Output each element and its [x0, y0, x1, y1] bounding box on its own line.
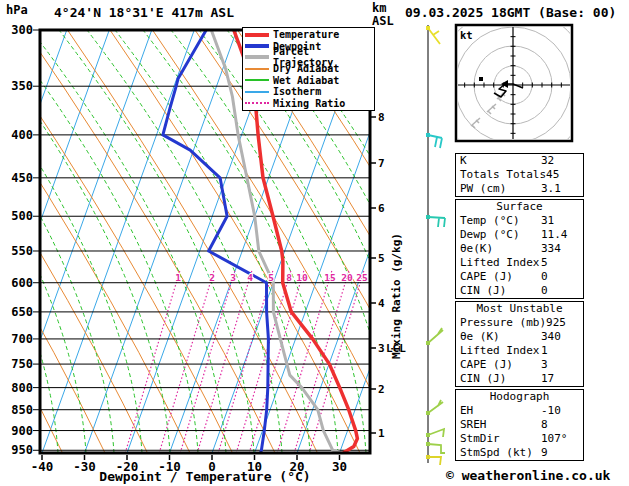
- height-axis-unit-asl: ASL: [372, 15, 394, 28]
- mixing-ratio-axis-label: Mixing Ratio (g/kg): [390, 233, 403, 359]
- km-tick-label: 3: [378, 342, 385, 355]
- table-row: StmDir107°: [456, 432, 583, 446]
- table-row-value: 3.1: [541, 182, 579, 196]
- table-row-label: StmDir: [460, 432, 541, 446]
- table-row-value: 334: [541, 242, 579, 256]
- table-row-label: SREH: [460, 418, 541, 432]
- table-row-value: -10: [541, 404, 579, 418]
- table-row-label: CAPE (J): [460, 358, 541, 372]
- table-row-value: 45: [546, 168, 579, 182]
- table-row: θe (K)340: [456, 330, 583, 344]
- legend-item-label: Wet Adiabat: [273, 75, 339, 86]
- table-row-label: Lifted Index: [460, 256, 541, 270]
- pressure-tick-label: 550: [11, 244, 33, 258]
- table-row: K32: [456, 154, 583, 168]
- table-row: Temp (°C)31: [456, 214, 583, 228]
- mixing-ratio-label: 4: [247, 272, 253, 283]
- mixing-ratio-label: 1: [175, 272, 181, 283]
- indices-panel: K32Totals Totals45PW (cm)3.1SurfaceTemp …: [455, 153, 584, 463]
- table-row-value: 107°: [541, 432, 579, 446]
- km-tick-label: 5: [378, 252, 385, 265]
- km-tick-label: 4: [378, 297, 385, 310]
- km-tick-label: 2: [378, 383, 385, 396]
- mixing-ratio-label: 10: [296, 272, 308, 283]
- panel-section-title: Surface: [456, 200, 583, 214]
- table-row: SREH8: [456, 418, 583, 432]
- legend-item-label: Isotherm: [273, 86, 321, 97]
- pressure-tick-label: 600: [11, 276, 33, 290]
- legend-swatch-mixing-ratio: [245, 102, 269, 104]
- pressure-tick-label: 700: [11, 332, 33, 346]
- table-row-label: K: [460, 154, 541, 168]
- legend-item-label: Mixing Ratio: [273, 98, 345, 109]
- table-row-label: θe(K): [460, 242, 541, 256]
- table-row-label: Totals Totals: [460, 168, 546, 182]
- table-row-label: Dewp (°C): [460, 228, 541, 242]
- mixing-ratio-label: 25: [356, 272, 368, 283]
- table-row: CIN (J)0: [456, 284, 583, 298]
- mixing-ratio-label: 2: [209, 272, 215, 283]
- table-row: Pressure (mb)925: [456, 316, 583, 330]
- mixing-ratio-label: 15: [324, 272, 336, 283]
- table-row-value: 1: [541, 344, 579, 358]
- table-row: PW (cm)3.1: [456, 182, 583, 196]
- legend-swatch-isotherm: [245, 91, 269, 93]
- pressure-tick-label: 300: [11, 23, 33, 37]
- table-row: θe(K)334: [456, 242, 583, 256]
- table-row-value: 32: [541, 154, 579, 168]
- table-row-value: 0: [541, 284, 579, 298]
- pressure-tick-label: 750: [11, 357, 33, 371]
- table-row-label: CAPE (J): [460, 270, 541, 284]
- table-row-value: 8: [541, 418, 579, 432]
- mixing-ratio-label: 5: [268, 272, 274, 283]
- copyright: © weatheronline.co.uk: [446, 468, 610, 483]
- pressure-tick-label: 350: [11, 79, 33, 93]
- table-row-label: StmSpd (kt): [460, 446, 541, 460]
- legend-swatch-dry-adiabat: [245, 68, 269, 70]
- legend-item: Mixing Ratio: [245, 97, 374, 108]
- temperature-axis-label: Dewpoint / Temperature (°C): [40, 469, 370, 484]
- table-row-label: θe (K): [460, 330, 541, 344]
- table-row-value: 340: [541, 330, 579, 344]
- chart-legend: TemperatureDewpointParcel TrajectoryDry …: [242, 27, 375, 111]
- legend-swatch-dewpoint: [245, 44, 269, 48]
- table-row: CAPE (J)0: [456, 270, 583, 284]
- table-row-label: Lifted Index: [460, 344, 541, 358]
- pressure-tick-label: 400: [11, 128, 33, 142]
- skewt-page: { "header": { "date": "09.03.2025 18GMT …: [0, 0, 629, 486]
- table-row-value: 11.4: [541, 228, 579, 242]
- legend-swatch-temperature: [245, 33, 269, 37]
- panel-section: HodographEH-10SREH8StmDir107°StmSpd (kt)…: [455, 389, 584, 461]
- pressure-axis-unit: hPa: [6, 4, 28, 17]
- panel-section-title: Hodograph: [456, 390, 583, 404]
- panel-section-title: Most Unstable: [456, 302, 583, 316]
- table-row: CAPE (J)3: [456, 358, 583, 372]
- pressure-tick-label: 950: [11, 443, 33, 457]
- mixing-ratio-label: 8: [286, 272, 292, 283]
- table-row: Totals Totals45: [456, 168, 583, 182]
- legend-item: Temperature: [245, 29, 374, 40]
- km-tick-label: 8: [378, 111, 385, 124]
- km-tick-label: 7: [378, 157, 385, 170]
- table-row-value: 3: [541, 358, 579, 372]
- table-row-value: 9: [541, 446, 579, 460]
- panel-section: K32Totals Totals45PW (cm)3.1: [455, 153, 584, 197]
- table-row-value: 5: [541, 256, 579, 270]
- pressure-tick-label: 450: [11, 171, 33, 185]
- page-title: 4°24'N 18°31'E 417m ASL: [54, 5, 234, 20]
- pressure-tick-label: 500: [11, 209, 33, 223]
- km-tick-label: 1: [378, 427, 385, 440]
- legend-item-label: Temperature: [273, 29, 339, 40]
- table-row: EH-10: [456, 404, 583, 418]
- pressure-tick-label: 800: [11, 381, 33, 395]
- table-row: Dewp (°C)11.4: [456, 228, 583, 242]
- pressure-tick-label: 850: [11, 403, 33, 417]
- table-row: StmSpd (kt)9: [456, 446, 583, 460]
- mixing-ratio-label: 20: [341, 272, 353, 283]
- legend-item-label: Dry Adiabat: [273, 63, 339, 74]
- panel-section: Most UnstablePressure (mb)925θe (K)340Li…: [455, 301, 584, 387]
- legend-item: Isotherm: [245, 86, 374, 97]
- pressure-tick-label: 650: [11, 305, 33, 319]
- table-row-value: 0: [541, 270, 579, 284]
- table-row-label: CIN (J): [460, 284, 541, 298]
